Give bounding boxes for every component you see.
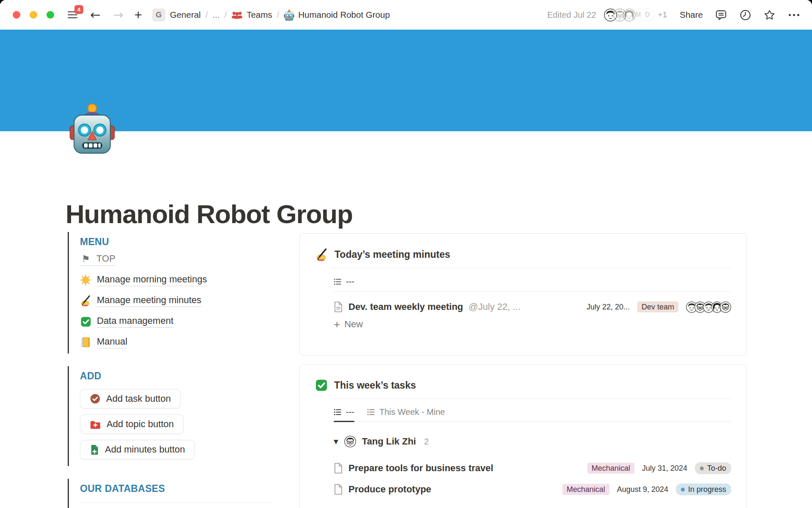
presence-overflow-count[interactable]: +1 — [658, 10, 667, 19]
workspace-badge[interactable]: G — [152, 8, 165, 22]
edited-timestamp: Edited Jul 22 — [547, 10, 596, 20]
breadcrumb-general[interactable]: General — [170, 10, 201, 20]
status-badge: To-do — [695, 462, 731, 474]
menu-link-label: Data management — [97, 315, 173, 328]
menu-link-top[interactable]: ⚑ TOP — [80, 249, 270, 270]
top-bar: 4 ← → + G General / ... / Teams / Humano… — [0, 0, 812, 30]
page-plus-icon — [90, 444, 99, 456]
task-row[interactable]: Produce prototype Mechanical August 9, 2… — [334, 479, 731, 500]
check-mark-icon — [80, 316, 91, 327]
meeting-date: July 22, 20... — [587, 303, 630, 312]
tab-label: --- — [346, 277, 354, 287]
meeting-row[interactable]: Dev. team weekly meeting @July 22, ... J… — [334, 298, 731, 316]
document-icon — [334, 484, 343, 495]
breadcrumb-teams-label: Teams — [247, 10, 272, 20]
task-check-icon — [90, 393, 101, 404]
add-task-label: Add task button — [106, 393, 171, 404]
more-menu-icon[interactable] — [789, 14, 799, 16]
add-section: ADD Add task button Add topic button Add… — [68, 366, 270, 466]
breadcrumb-separator: / — [206, 10, 208, 20]
flag-icon: ⚑ — [80, 253, 91, 265]
menu-link-meeting-minutes[interactable]: Manage meeting minutes — [80, 290, 270, 311]
tasks-view-tabs: --- This Week - Mine — [334, 399, 731, 422]
collapse-triangle-icon: ▼ — [334, 438, 338, 445]
avatar[interactable] — [623, 8, 636, 22]
team-tag: Dev team — [637, 301, 678, 312]
presence-avatars: M D — [604, 8, 654, 22]
page-title[interactable]: Humanoid Robot Group — [66, 200, 353, 229]
add-topic-label: Add topic button — [107, 419, 174, 430]
breadcrumb: G General / ... / Teams / Humanoid Robot… — [152, 8, 390, 22]
close-window-button[interactable] — [13, 11, 20, 19]
comments-icon[interactable] — [716, 9, 727, 21]
share-button[interactable]: Share — [680, 10, 703, 20]
zoom-window-button[interactable] — [47, 11, 54, 19]
meeting-date-mention: @July 22, ... — [469, 301, 521, 312]
task-row[interactable]: Prepare tools for business travel Mechan… — [334, 458, 731, 479]
avatar[interactable]: D — [641, 8, 654, 22]
add-task-button[interactable]: Add task button — [80, 389, 181, 409]
page-cover — [0, 30, 812, 131]
folder-plus-icon — [90, 420, 101, 429]
updates-clock-icon[interactable] — [740, 9, 751, 21]
meeting-minutes-card: Today’s meeting minutes --- Dev. team we… — [299, 233, 747, 356]
group-avatar — [344, 436, 356, 447]
group-header-row[interactable]: ▼ Tang Lik Zhi 2 — [334, 432, 731, 451]
attendee-avatars — [686, 301, 731, 313]
task-rows: Prepare tools for business travel Mechan… — [300, 451, 746, 500]
minutes-rows: Dev. team weekly meeting @July 22, ... J… — [300, 292, 746, 316]
category-tag: Mechanical — [587, 463, 634, 474]
menu-link-manual[interactable]: Manual — [80, 332, 270, 353]
traffic-lights — [13, 11, 54, 19]
sidebar-toggle-icon[interactable]: 4 — [68, 10, 77, 20]
status-badge: In progress — [676, 483, 731, 495]
divider — [80, 502, 271, 503]
menu-link-morning-meetings[interactable]: Manage morning meetings — [80, 270, 270, 290]
status-label: To-do — [707, 464, 726, 472]
menu-heading: MENU — [80, 235, 270, 249]
add-heading: ADD — [80, 369, 270, 383]
weekly-tasks-card: This week’s tasks --- This Week - Mine ▼… — [299, 364, 747, 508]
menu-section: MENU ⚑ TOP Manage morning meetings Manag… — [68, 232, 270, 353]
new-meeting-button[interactable]: + New — [300, 316, 746, 330]
menu-link-label: Manual — [97, 336, 127, 348]
list-view-icon — [334, 278, 342, 286]
writing-hand-icon — [315, 248, 328, 261]
task-title: Prepare tools for business travel — [348, 463, 493, 474]
new-page-icon[interactable]: + — [134, 8, 142, 22]
notion-window: 4 ← → + G General / ... / Teams / Humano… — [0, 0, 812, 508]
meeting-minutes-card-header: Today’s meeting minutes — [300, 234, 746, 268]
tab-minutes-view[interactable]: --- — [334, 277, 354, 291]
add-topic-button[interactable]: Add topic button — [80, 414, 184, 434]
add-minutes-button[interactable]: Add minutes button — [80, 440, 195, 459]
meeting-minutes-card-title: Today’s meeting minutes — [335, 249, 450, 260]
tab-this-week-mine[interactable]: This Week - Mine — [367, 407, 445, 422]
breadcrumb-separator: / — [224, 10, 227, 20]
page-robot-icon[interactable] — [69, 103, 115, 154]
breadcrumb-separator: / — [277, 10, 280, 20]
menu-link-data-management[interactable]: Data management — [80, 311, 270, 332]
forward-icon[interactable]: → — [113, 9, 123, 21]
tab-tasks-default-view[interactable]: --- — [334, 407, 354, 422]
new-label: New — [344, 319, 363, 330]
sun-icon — [80, 274, 91, 286]
menu-link-label: Manage meeting minutes — [97, 295, 201, 307]
status-dot — [681, 488, 685, 491]
document-icon — [334, 301, 343, 312]
back-icon[interactable]: ← — [90, 9, 100, 21]
check-mark-icon — [315, 379, 328, 392]
list-view-icon — [334, 408, 342, 416]
group-count: 2 — [424, 437, 429, 447]
breadcrumb-current-page[interactable]: Humanoid Robot Group — [284, 9, 390, 21]
meeting-title: Dev. team weekly meeting — [348, 301, 463, 312]
menu-link-label: TOP — [96, 253, 115, 264]
breadcrumb-page-label: Humanoid Robot Group — [298, 10, 390, 20]
writing-hand-icon — [80, 295, 91, 306]
notification-badge: 4 — [74, 5, 83, 14]
breadcrumb-ellipsis[interactable]: ... — [212, 10, 219, 20]
menu-link-label: Manage morning meetings — [97, 274, 207, 286]
favorite-star-icon[interactable] — [764, 9, 775, 21]
breadcrumb-teams[interactable]: Teams — [231, 10, 272, 20]
minimize-window-button[interactable] — [30, 11, 37, 19]
status-label: In progress — [688, 486, 726, 493]
